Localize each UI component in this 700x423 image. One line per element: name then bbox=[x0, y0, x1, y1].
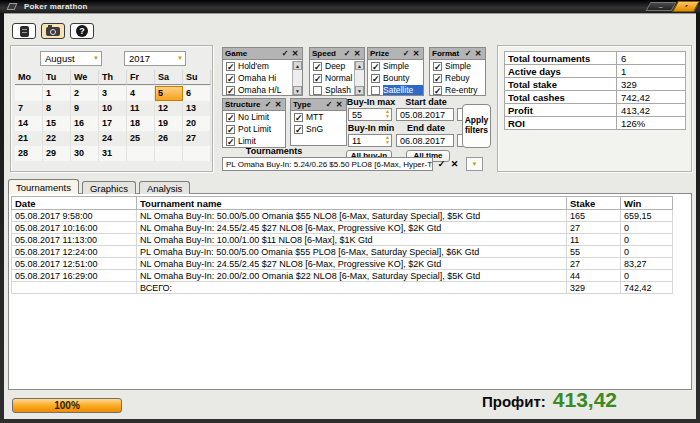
table-row[interactable]: ВСЕГО: 329 742,42 bbox=[11, 282, 675, 294]
column-header-win[interactable]: Win bbox=[621, 196, 673, 210]
calendar-day[interactable]: 15 bbox=[43, 116, 71, 131]
checkbox[interactable]: ✓ bbox=[371, 74, 380, 83]
table-row[interactable]: 05.08.2017 9:58:00 NL Omaha Buy-In: 50.0… bbox=[11, 210, 675, 222]
filter-option[interactable]: ✓ Omaha Hi bbox=[223, 72, 302, 84]
scroll-down-icon[interactable]: ▼ bbox=[293, 86, 302, 95]
checkbox[interactable]: ✓ bbox=[226, 113, 235, 122]
calendar-day[interactable]: 9 bbox=[71, 101, 99, 116]
calendar-day[interactable]: 7 bbox=[15, 101, 43, 116]
calendar-day[interactable]: 27 bbox=[183, 131, 211, 146]
calendar-day[interactable]: 12 bbox=[155, 101, 183, 116]
calendar-day[interactable] bbox=[183, 146, 211, 161]
buyin-min-input[interactable]: 11 ▲▼ bbox=[348, 134, 392, 147]
filter-option[interactable]: Satellite bbox=[368, 84, 423, 96]
filter-option[interactable]: ✓ SnG bbox=[291, 123, 346, 135]
checkbox[interactable]: ✓ bbox=[226, 125, 235, 134]
tab-analysis[interactable]: Analysis bbox=[139, 181, 190, 194]
spinner[interactable]: ▲▼ bbox=[385, 109, 390, 119]
checkbox[interactable]: ✓ bbox=[294, 113, 303, 122]
calendar-day[interactable] bbox=[155, 146, 183, 161]
tournament-filter-input[interactable]: PL Omaha Buy-In: 5.24/0.26 $5.50 PLO8 [6… bbox=[222, 157, 433, 171]
filter-option[interactable]: ✓ No Limit bbox=[223, 111, 285, 123]
calendar-day[interactable]: 3 bbox=[99, 86, 127, 101]
tournament-filter-dropdown-button[interactable]: ▼ bbox=[466, 157, 483, 171]
calendar-day[interactable]: 6 bbox=[183, 86, 211, 101]
end-date-input[interactable]: 06.08.2017 bbox=[396, 134, 454, 147]
year-select[interactable]: 2017 ▼ bbox=[124, 51, 186, 66]
tab-tournaments[interactable]: Tournaments bbox=[8, 179, 79, 194]
clear-all-icon[interactable]: ✕ bbox=[273, 100, 283, 110]
calendar-day[interactable]: 24 bbox=[99, 131, 127, 146]
calendar-day[interactable]: 26 bbox=[155, 131, 183, 146]
calendar-day[interactable]: 5 bbox=[155, 86, 183, 101]
select-all-icon[interactable]: ✓ bbox=[342, 49, 352, 59]
filter-option[interactable]: ✓ Re-entry bbox=[430, 84, 485, 96]
calendar-day[interactable]: 1 bbox=[43, 86, 71, 101]
clear-all-icon[interactable]: ✕ bbox=[290, 49, 300, 59]
clear-all-icon[interactable]: ✕ bbox=[334, 100, 344, 110]
buyin-max-input[interactable]: 55 ▲▼ bbox=[348, 108, 392, 121]
select-all-icon[interactable]: ✓ bbox=[280, 49, 290, 59]
calendar-day[interactable]: 17 bbox=[99, 116, 127, 131]
filter-option[interactable]: ✓ Omaha H/L bbox=[223, 84, 302, 96]
filter-option[interactable]: ✓ Hold'em bbox=[223, 60, 302, 72]
clear-all-icon[interactable]: ✕ bbox=[352, 49, 362, 59]
filter-option[interactable]: ✓ MTT bbox=[291, 111, 346, 123]
calendar-day[interactable]: 25 bbox=[127, 131, 155, 146]
calendar-day[interactable]: 30 bbox=[71, 146, 99, 161]
calendar-day[interactable] bbox=[15, 86, 43, 101]
report-button[interactable] bbox=[12, 23, 36, 39]
calendar-day[interactable]: 16 bbox=[71, 116, 99, 131]
help-button[interactable]: ? bbox=[70, 23, 94, 39]
calendar-day[interactable]: 19 bbox=[155, 116, 183, 131]
calendar-day[interactable]: 31 bbox=[99, 146, 127, 161]
minimize-button[interactable]: – bbox=[646, 2, 677, 11]
calendar-day[interactable]: 11 bbox=[127, 101, 155, 116]
column-header-stake[interactable]: Stake bbox=[567, 196, 621, 210]
table-row[interactable]: 05.08.2017 16:29:00 NL Omaha Buy-In: 20.… bbox=[11, 270, 675, 282]
clear-all-icon[interactable]: ✕ bbox=[473, 49, 483, 59]
select-all-icon[interactable]: ✓ bbox=[401, 49, 411, 59]
filter-option[interactable]: ✓ Bounty bbox=[368, 72, 423, 84]
select-all-icon[interactable]: ✓ bbox=[463, 49, 473, 59]
column-header-name[interactable]: Tournament name bbox=[137, 196, 567, 210]
calendar-day[interactable]: 4 bbox=[127, 86, 155, 101]
filter-option[interactable]: ✓ Simple bbox=[430, 60, 485, 72]
calendar-day[interactable]: 22 bbox=[43, 131, 71, 146]
scroll-up-icon[interactable]: ▲ bbox=[293, 61, 302, 70]
tab-graphics[interactable]: Graphics bbox=[82, 181, 136, 194]
filter-option[interactable]: ✓ Rebuy bbox=[430, 72, 485, 84]
checkbox[interactable]: ✓ bbox=[433, 74, 442, 83]
start-date-input[interactable]: 05.08.2017 bbox=[396, 108, 454, 121]
table-row[interactable]: 05.08.2017 10:16:00 NL Omaha Buy-In: 24.… bbox=[11, 222, 675, 234]
checkbox[interactable] bbox=[313, 86, 322, 95]
table-row[interactable]: 05.08.2017 11:13:00 NL Omaha Buy-In: 10.… bbox=[11, 234, 675, 246]
calendar-day[interactable]: 20 bbox=[183, 116, 211, 131]
calendar-day[interactable]: 23 bbox=[71, 131, 99, 146]
select-all-icon[interactable]: ✓ bbox=[263, 100, 273, 110]
column-header-date[interactable]: Date bbox=[11, 196, 137, 210]
spinner[interactable]: ▲▼ bbox=[385, 135, 390, 145]
calendar-day[interactable]: 8 bbox=[43, 101, 71, 116]
scrollbar[interactable]: ▲ ▼ bbox=[292, 61, 302, 95]
scrollbar[interactable]: ▲ ▼ bbox=[354, 61, 364, 95]
titlebar[interactable]: Poker marathon – ▪ bbox=[0, 0, 700, 13]
checkbox[interactable]: ✓ bbox=[226, 62, 235, 71]
table-row[interactable]: 05.08.2017 12:51:00 NL Omaha Buy-In: 24.… bbox=[11, 258, 675, 270]
calendar-day[interactable]: 28 bbox=[15, 146, 43, 161]
scroll-down-icon[interactable]: ▼ bbox=[355, 86, 364, 95]
checkbox[interactable]: ✓ bbox=[226, 74, 235, 83]
calendar-day[interactable]: 2 bbox=[71, 86, 99, 101]
calendar-day[interactable]: 10 bbox=[99, 101, 127, 116]
tournament-filter-check-icon[interactable]: ✓ bbox=[436, 157, 447, 171]
calendar-day[interactable]: 21 bbox=[15, 131, 43, 146]
close-button[interactable]: ▪ bbox=[672, 1, 700, 12]
table-row[interactable]: 05.08.2017 12:24:00 PL Omaha Buy-In: 50.… bbox=[11, 246, 675, 258]
checkbox[interactable]: ✓ bbox=[313, 62, 322, 71]
checkbox[interactable]: ✓ bbox=[226, 86, 235, 95]
checkbox[interactable]: ✓ bbox=[294, 125, 303, 134]
apply-filters-button[interactable]: Apply filters bbox=[462, 104, 491, 148]
filter-option[interactable]: ✓ Pot Limit bbox=[223, 123, 285, 135]
checkbox[interactable]: ✓ bbox=[433, 86, 442, 95]
select-all-icon[interactable]: ✓ bbox=[324, 100, 334, 110]
